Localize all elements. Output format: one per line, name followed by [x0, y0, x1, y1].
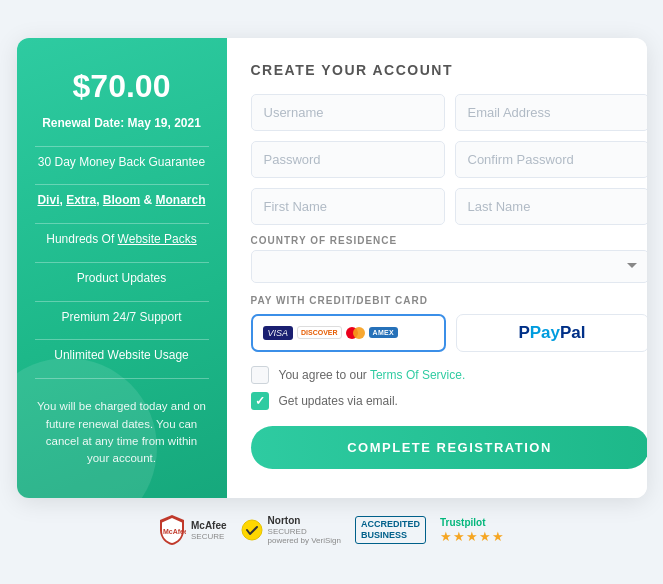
tos-row: You agree to our Terms Of Service. — [251, 366, 647, 384]
card-logos: VISA DISCOVER AMEX — [263, 326, 399, 340]
card-payment-option[interactable]: VISA DISCOVER AMEX — [251, 314, 446, 352]
product-updates: Product Updates — [77, 270, 166, 287]
mc-right-circle — [353, 327, 365, 339]
price: $70.00 — [73, 68, 171, 105]
tos-link[interactable]: Terms Of Service. — [370, 368, 465, 382]
products-label: Divi, Extra, Bloom & Monarch — [37, 192, 205, 209]
row-username-email — [251, 94, 647, 131]
mcafee-badge: McAfee McAfee SECURE — [158, 514, 227, 546]
country-section: COUNTRY OF RESIDENCE United States Unite… — [251, 235, 647, 283]
discover-badge: DISCOVER — [297, 326, 342, 339]
divi-link[interactable]: Divi — [37, 193, 59, 207]
paypal-option[interactable]: PPayPal — [456, 314, 647, 352]
trust-badges-row: McAfee McAfee SECURE Norton SECURED powe… — [158, 514, 505, 546]
payment-row: VISA DISCOVER AMEX PPayPal — [251, 314, 647, 352]
norton-badge: Norton SECURED powered by VeriSign — [241, 515, 341, 545]
divider5 — [35, 301, 209, 302]
norton-icon — [241, 519, 263, 541]
norton-label: Norton — [268, 515, 341, 527]
divider1 — [35, 146, 209, 147]
checkmark-icon: ✓ — [255, 395, 265, 407]
website-packs-link[interactable]: Website Packs — [118, 232, 197, 246]
renewal-date: Renewal Date: May 19, 2021 — [42, 115, 201, 132]
row-password-confirm — [251, 141, 647, 178]
divider3 — [35, 223, 209, 224]
unlimited-usage: Unlimited Website Usage — [54, 347, 189, 364]
updates-checkbox[interactable]: ✓ — [251, 392, 269, 410]
svg-text:McAfee: McAfee — [163, 528, 186, 535]
norton-text: Norton SECURED powered by VeriSign — [268, 515, 341, 545]
bbb-badge: ACCREDITEDBUSINESS — [355, 516, 426, 544]
pay-label: PAY WITH CREDIT/DEBIT CARD — [251, 295, 647, 306]
password-input[interactable] — [251, 141, 445, 178]
row-names — [251, 188, 647, 225]
mastercard-badge — [346, 327, 365, 339]
confirm-password-input[interactable] — [455, 141, 647, 178]
monarch-link[interactable]: Monarch — [156, 193, 206, 207]
norton-sub: SECURED — [268, 527, 341, 536]
mcafee-sub: SECURE — [191, 532, 227, 541]
website-packs: Hundreds Of Website Packs — [46, 231, 197, 248]
tos-checkbox[interactable] — [251, 366, 269, 384]
tos-label: You agree to our Terms Of Service. — [279, 368, 466, 382]
charge-note: You will be charged today and on future … — [35, 398, 209, 467]
money-back: 30 Day Money Back Guarantee — [38, 154, 205, 171]
mcafee-label: McAfee — [191, 520, 227, 532]
svg-point-1 — [242, 520, 262, 540]
mcafee-shield-icon: McAfee — [158, 514, 186, 546]
country-select[interactable]: United States United Kingdom Canada Aust… — [251, 250, 647, 283]
left-panel: $70.00 Renewal Date: May 19, 2021 30 Day… — [17, 38, 227, 499]
paypal-logo: PPayPal — [518, 323, 585, 343]
trustpilot-label: Trustpilot — [440, 517, 505, 529]
divider6 — [35, 339, 209, 340]
divider4 — [35, 262, 209, 263]
stars: ★★★★★ — [440, 529, 505, 544]
form-title: CREATE YOUR ACCOUNT — [251, 62, 647, 78]
divider2 — [35, 184, 209, 185]
updates-label: Get updates via email. — [279, 394, 398, 408]
mcafee-text: McAfee SECURE — [191, 520, 227, 541]
first-name-input[interactable] — [251, 188, 445, 225]
norton-by: powered by VeriSign — [268, 536, 341, 545]
bbb-label: ACCREDITEDBUSINESS — [361, 519, 420, 541]
bloom-link[interactable]: Bloom — [103, 193, 140, 207]
bbb-text: ACCREDITEDBUSINESS — [361, 519, 420, 541]
trustpilot-badge: Trustpilot ★★★★★ — [440, 517, 505, 544]
divider7 — [35, 378, 209, 379]
extra-link[interactable]: Extra — [66, 193, 96, 207]
amex-badge: AMEX — [369, 327, 398, 338]
last-name-input[interactable] — [455, 188, 647, 225]
trustpilot-text: Trustpilot ★★★★★ — [440, 517, 505, 544]
visa-badge: VISA — [263, 326, 294, 340]
register-button[interactable]: COMPLETE REGISTRATION — [251, 426, 647, 469]
updates-row: ✓ Get updates via email. — [251, 392, 647, 410]
premium-support: Premium 24/7 Support — [61, 309, 181, 326]
email-input[interactable] — [455, 94, 647, 131]
username-input[interactable] — [251, 94, 445, 131]
main-container: $70.00 Renewal Date: May 19, 2021 30 Day… — [17, 38, 647, 499]
right-panel: CREATE YOUR ACCOUNT COUNTRY OF RESIDENCE… — [227, 38, 647, 499]
country-label: COUNTRY OF RESIDENCE — [251, 235, 647, 246]
